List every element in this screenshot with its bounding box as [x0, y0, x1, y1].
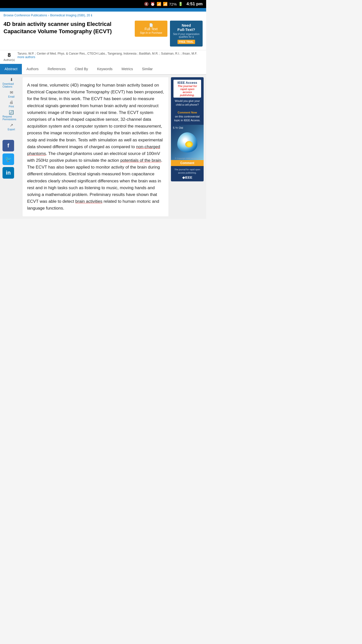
status-time: 4:51 pm	[187, 2, 203, 7]
need-fulltext-ad[interactable]: Need Full-Text? See if your organization…	[170, 21, 203, 47]
breadcrumb-sep: ›	[48, 14, 49, 17]
tabs-bar: Abstract Authors References Cited By Key…	[0, 64, 206, 75]
status-icons: 🔇 ⏰ 📶 📶 72% 🔋	[144, 2, 183, 6]
print-label: Print	[9, 105, 14, 108]
breadcrumb-conference[interactable]: Biomedical Imaging (ISBI), 20	[50, 14, 90, 17]
ieee-ad-on-text: on this controversial topic in IEEE Acce…	[174, 115, 200, 122]
more-authors-link[interactable]: more authors	[17, 55, 35, 59]
breadcrumb-info-icon[interactable]: ℹ	[91, 14, 92, 17]
fulltext-icon: 📄	[149, 23, 153, 27]
ieee-access-tagline: The journal for rapid open access publis…	[175, 85, 199, 97]
title-section: 4D brain activity scanner using Electric…	[0, 18, 206, 50]
underline-potentials: potentials of the brain	[120, 158, 161, 163]
fulltext-button[interactable]: 📄 Full Text Sign-In or Purchase	[135, 21, 167, 37]
alarm-icon: ⏰	[150, 2, 155, 6]
linkedin-icon: in	[6, 170, 11, 176]
tab-similar[interactable]: Similar	[138, 64, 157, 75]
fulltext-label: Full Text	[145, 27, 158, 31]
brain-highlight	[185, 141, 193, 147]
export-button[interactable]: ↗ Export	[3, 123, 20, 131]
breadcrumb-browse[interactable]: Browse Conference Publications	[4, 14, 47, 17]
ieee-access-ad[interactable]: IEEE Access The journal for rapid open a…	[171, 77, 204, 125]
twitter-button[interactable]: 🐦	[3, 153, 14, 165]
email-icon: ✉	[10, 90, 13, 95]
author-number: 8	[4, 52, 15, 58]
facebook-button[interactable]: f	[3, 140, 14, 151]
tab-cited-by[interactable]: Cited By	[70, 64, 93, 75]
author-count: 8 Author(s)	[4, 52, 15, 61]
facebook-icon: f	[7, 142, 9, 149]
header-bar	[0, 8, 206, 12]
wifi-icon: 📶	[157, 2, 161, 6]
export-label: Export	[8, 128, 15, 131]
underline-phantoms: non-charged phantoms	[27, 144, 160, 156]
sidebar: ⬇ Download Citations ✉ Email 🖨 Print 🔄 R…	[3, 77, 20, 216]
copyright-notice: © Copyright IEEE Access 2014	[175, 157, 203, 159]
paper-title: 4D brain activity scanner using Electric…	[4, 21, 132, 35]
tab-metrics[interactable]: Metrics	[117, 64, 138, 75]
brain-scan-image: 5 Yr Old © Copyright IEEE Access 2014	[171, 125, 204, 160]
linkedin-button[interactable]: in	[3, 167, 14, 179]
download-label: Download Citations	[3, 83, 20, 88]
request-label: Request Permissions	[3, 115, 20, 121]
battery-percent: 72%	[169, 2, 177, 6]
free-trial-badge: FREE TRIAL	[177, 40, 195, 44]
need-fulltext-desc: See if your organization qualifies for a	[172, 33, 200, 38]
ieee-bottom-section: The journal for rapid open access publis…	[171, 166, 204, 181]
email-label: Email	[8, 95, 14, 98]
battery-icon: 🔋	[178, 2, 183, 6]
brain-visual	[177, 132, 197, 152]
abstract-text: A real time, volumetric (4D) imaging for…	[27, 82, 164, 212]
download-icon: ⬇	[10, 77, 13, 82]
twitter-icon: 🐦	[5, 156, 12, 163]
comment-button[interactable]: Comment	[171, 160, 204, 166]
author-count-label: Author(s)	[4, 58, 15, 61]
underline-brain-activities: brain activities	[75, 199, 103, 204]
signal-icon: 📶	[163, 2, 168, 6]
tab-keywords[interactable]: Keywords	[93, 64, 117, 75]
tab-references[interactable]: References	[43, 64, 70, 75]
print-button[interactable]: 🖨 Print	[3, 100, 20, 108]
ieee-access-logo: IEEE Access The journal for rapid open a…	[173, 80, 201, 98]
author-names: Taruno, W.P. ; Center of Med. Phys. & Ca…	[17, 52, 197, 55]
request-icon: 🔄	[9, 110, 14, 115]
need-fulltext-title1: Need	[172, 23, 200, 27]
main-content: ⬇ Download Citations ✉ Email 🖨 Print 🔄 R…	[0, 75, 206, 219]
right-advertisement: IEEE Access The journal for rapid open a…	[171, 77, 204, 216]
authors-section: 8 Author(s) Taruno, W.P. ; Center of Med…	[0, 50, 206, 64]
author-list: Taruno, W.P. ; Center of Med. Phys. & Ca…	[17, 52, 203, 59]
ieee-ad-text: Would you give your child a cell phone? …	[173, 99, 201, 122]
abstract-container: A real time, volumetric (4D) imaging for…	[23, 77, 168, 216]
brain-age-label: 5 Yr Old	[173, 126, 183, 129]
ieee-diamond-icon: ◆	[182, 176, 185, 179]
need-fulltext-title2: Full-Text?	[172, 27, 200, 32]
breadcrumb: Browse Conference Publications › Biomedi…	[0, 12, 206, 18]
comment-now-text: Comment Now	[178, 111, 197, 114]
brain-visual-container	[177, 132, 197, 152]
status-bar: 🔇 ⏰ 📶 📶 72% 🔋 4:51 pm	[0, 0, 206, 8]
request-permissions-button[interactable]: 🔄 Request Permissions	[3, 110, 20, 121]
download-citations-button[interactable]: ⬇ Download Citations	[3, 77, 20, 88]
mute-icon: 🔇	[144, 2, 149, 6]
print-icon: 🖨	[9, 100, 13, 105]
ieee-ad-question: Would you give your child a cell phone?	[175, 99, 200, 106]
tab-abstract[interactable]: Abstract	[0, 64, 22, 75]
fulltext-subtitle: Sign-In or Purchase	[140, 31, 162, 34]
export-icon: ↗	[10, 123, 13, 128]
email-button[interactable]: ✉ Email	[3, 90, 20, 98]
journal-text: The journal for rapid open access publis…	[173, 168, 202, 174]
title-content: 4D brain activity scanner using Electric…	[4, 21, 132, 35]
ieee-logo-bottom: ◆IEEE	[173, 176, 202, 179]
tab-authors[interactable]: Authors	[22, 64, 43, 75]
